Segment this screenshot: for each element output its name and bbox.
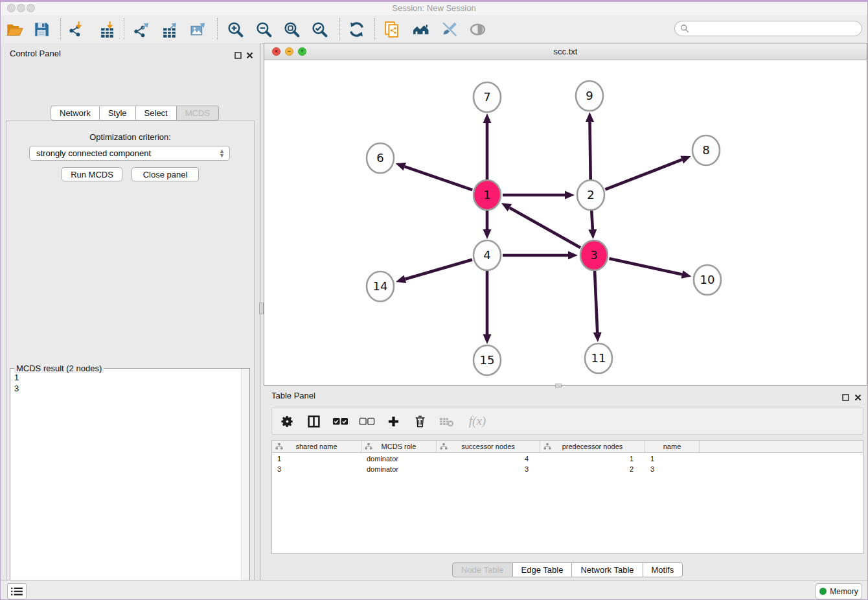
add-column-icon[interactable] (385, 412, 402, 430)
graph-node-8[interactable]: 8 (692, 135, 720, 165)
table-settings-icon[interactable] (279, 412, 295, 430)
svg-text:9: 9 (586, 89, 593, 102)
graph-node-14[interactable]: 14 (367, 271, 394, 301)
optimization-criterion-select[interactable]: strongly connected component ▲▼ (29, 146, 230, 161)
save-session-icon[interactable] (30, 18, 52, 40)
delete-column-icon[interactable] (411, 412, 428, 430)
zoom-in-icon[interactable] (224, 18, 246, 40)
graph-edge-3-11[interactable] (593, 271, 602, 342)
graph-node-2[interactable]: 2 (577, 180, 604, 210)
column-header-name[interactable]: name (645, 441, 700, 452)
graph-node-4[interactable]: 4 (474, 240, 501, 270)
export-network-icon[interactable] (131, 18, 153, 40)
graph-node-1[interactable]: 1 (474, 180, 501, 210)
mcds-result-scrollbar[interactable] (241, 369, 249, 600)
table-cell[interactable]: 1 (540, 454, 645, 464)
column-header-successor-nodes[interactable]: successor nodes (437, 441, 540, 452)
hide-graphics-details-icon[interactable] (438, 18, 460, 40)
graph-edge-2-3[interactable] (588, 211, 597, 239)
graph-node-10[interactable]: 10 (694, 265, 721, 295)
search-box[interactable] (674, 21, 862, 36)
window-title: Session: New Session (1, 3, 867, 13)
close-table-panel-icon[interactable] (854, 392, 863, 400)
table-cell[interactable]: 3 (645, 464, 700, 474)
table-cell[interactable]: 1 (272, 454, 361, 464)
vertical-splitter-grip[interactable] (259, 303, 264, 314)
import-table-icon[interactable] (97, 18, 119, 40)
import-network-icon[interactable] (65, 18, 87, 40)
mcds-result-list[interactable]: 1 3 (14, 372, 19, 394)
graph-edge-4-14[interactable] (396, 260, 472, 283)
table-cell[interactable]: 2 (540, 464, 645, 474)
export-table-icon[interactable] (159, 18, 181, 40)
float-table-panel-icon[interactable] (842, 392, 851, 400)
table-cell[interactable]: 3 (437, 464, 540, 474)
tab-node-table[interactable]: Node Table (452, 562, 513, 577)
graph-node-9[interactable]: 9 (576, 81, 603, 111)
graph-node-6[interactable]: 6 (367, 143, 394, 173)
graph-edge-3-10[interactable] (609, 259, 691, 279)
table-toolbar: f(x) (271, 408, 863, 435)
column-header-MCDS-role[interactable]: MCDS role (361, 441, 437, 452)
zoom-selected-icon[interactable] (308, 18, 330, 40)
table-cell[interactable]: 3 (272, 464, 361, 474)
close-panel-button[interactable]: Close panel (131, 167, 199, 181)
float-panel-icon[interactable] (234, 50, 243, 58)
graph-edge-1-7[interactable] (483, 113, 492, 179)
table-cell[interactable]: dominator (361, 464, 437, 474)
graph-node-3[interactable]: 3 (580, 240, 608, 270)
node-table[interactable]: shared nameMCDS rolesuccessor nodesprede… (271, 440, 863, 554)
network-canvas[interactable]: 7968124314101511 (264, 60, 867, 385)
deselect-all-rows-icon[interactable] (358, 412, 375, 430)
graph-node-11[interactable]: 11 (585, 343, 612, 373)
graph-edge-1-6[interactable] (396, 163, 473, 190)
tab-edge-table[interactable]: Edge Table (513, 562, 573, 577)
zoom-out-icon[interactable] (253, 18, 275, 40)
tab-network-table[interactable]: Network Table (572, 562, 643, 577)
graph-edge-1-4[interactable] (483, 211, 492, 239)
graph-edge-3-1[interactable] (501, 203, 580, 248)
column-header-shared-name[interactable]: shared name (272, 441, 361, 452)
table-cell[interactable]: dominator (361, 454, 437, 464)
graph-edge-4-3[interactable] (503, 251, 578, 260)
first-neighbors-icon[interactable] (410, 18, 432, 40)
graph-edge-2-9[interactable] (586, 112, 594, 179)
network-window-titlebar[interactable]: × − + scc.txt (264, 43, 867, 60)
export-image-icon[interactable] (187, 18, 209, 40)
zoom-fit-icon[interactable] (280, 18, 303, 40)
tab-style[interactable]: Style (100, 106, 136, 121)
tab-network[interactable]: Network (51, 106, 100, 121)
graph-edge-2-8[interactable] (605, 156, 691, 189)
main-toolbar (1, 15, 867, 44)
graph-edge-4-15[interactable] (483, 271, 492, 344)
column-header-predecessor-nodes[interactable]: predecessor nodes (540, 441, 645, 452)
open-file-icon[interactable] (3, 18, 25, 40)
graph-node-15[interactable]: 15 (474, 345, 501, 375)
memory-button[interactable]: Memory (816, 583, 862, 599)
table-row[interactable]: 3dominator323 (272, 464, 863, 474)
control-panel-title: Control Panel (10, 49, 61, 58)
apply-layout-icon[interactable] (345, 18, 367, 40)
table-cell[interactable]: 1 (645, 454, 700, 464)
clone-network-icon[interactable] (381, 18, 403, 40)
run-mcds-button[interactable]: Run MCDS (62, 167, 122, 181)
table-row[interactable]: 1dominator411 (272, 454, 863, 464)
close-panel-icon[interactable] (246, 50, 255, 58)
graph-node-7[interactable]: 7 (474, 82, 501, 112)
tab-mcds[interactable]: MCDS (177, 106, 219, 121)
svg-text:1: 1 (483, 188, 490, 202)
tab-motifs[interactable]: Motifs (643, 562, 683, 577)
select-all-rows-icon[interactable] (332, 412, 348, 430)
search-input[interactable] (692, 23, 862, 34)
graph-edge-1-2[interactable] (503, 191, 575, 200)
svg-text:6: 6 (376, 151, 383, 165)
tab-select[interactable]: Select (136, 106, 177, 121)
application-window: Session: New Session Control Panel Netwo… (0, 0, 868, 600)
toolbar-separator (60, 18, 61, 40)
toggle-columns-icon[interactable] (305, 412, 322, 430)
toolbar-separator (217, 18, 218, 40)
task-history-button[interactable] (7, 583, 27, 599)
table-cell[interactable]: 4 (437, 454, 540, 464)
table-panel: Table Panel f(x) shared nameMCDS rolesuc… (264, 387, 868, 579)
memory-status-icon (819, 588, 827, 595)
